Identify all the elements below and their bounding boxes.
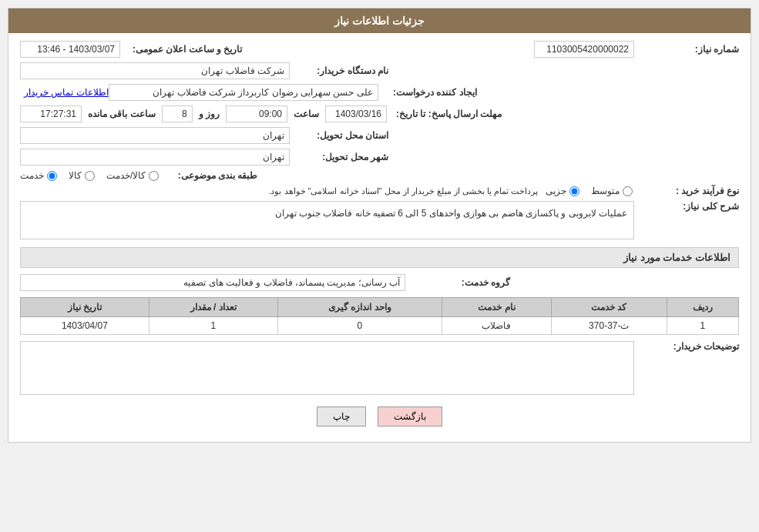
radio-medium-label: متوسط	[591, 186, 620, 196]
description-label: شرح کلی نیاز:	[646, 201, 739, 212]
creator-value: علی حسن سهرابی رضوان کاربرداز شرکت فاضلا…	[109, 84, 378, 101]
service-group-value: آب رسانی؛ مدیریت پسماند، فاضلاب و فعالیت…	[20, 274, 405, 291]
radio-partial-input[interactable]	[569, 186, 579, 196]
col-header-5: تاریخ نیاز	[21, 298, 149, 317]
col-header-4: تعداد / مقدار	[149, 298, 277, 317]
buyer-desc-label: توضیحات خریدار:	[646, 341, 739, 352]
page-title: جزئیات اطلاعات نیاز	[334, 15, 425, 27]
purchase-type-label: نوع فرآیند خرید :	[646, 186, 739, 196]
need-number-label: شماره نیاز:	[646, 44, 739, 55]
description-value: عملیات لایروبی و پاکسازی هاضم بی هوازی و…	[20, 201, 634, 239]
buttons-row: بازگشت چاپ	[20, 407, 739, 427]
col-header-0: ردیف	[667, 298, 738, 317]
remaining-value: 17:27:31	[20, 105, 82, 122]
radio-service: خدمت	[20, 170, 57, 181]
radio-both-input[interactable]	[149, 171, 159, 181]
radio-service-label: خدمت	[20, 170, 44, 181]
purchase-note: پرداخت تمام یا بخشی از مبلغ خریدار از مح…	[20, 186, 538, 196]
response-time: 09:00	[226, 105, 287, 122]
province-label: استان محل تحویل:	[296, 130, 388, 141]
radio-partial: جزیی	[546, 186, 579, 196]
radio-product-input[interactable]	[85, 171, 95, 181]
col-header-2: نام خدمت	[442, 298, 551, 317]
creator-label: ایجاد کننده درخواست:	[385, 87, 477, 98]
page-header: جزئیات اطلاعات نیاز	[8, 8, 751, 33]
days-label: روز و	[199, 109, 220, 119]
remaining-label: ساعت باقی مانده	[88, 109, 156, 119]
city-value: تهران	[20, 149, 290, 166]
city-label: شهر محل تحویل:	[296, 152, 388, 162]
purchase-type-radio-group: متوسط جزیی	[546, 186, 633, 196]
service-table: ردیف کد خدمت نام خدمت واحد اندازه گیری ت…	[20, 297, 739, 335]
col-header-3: واحد اندازه گیری	[277, 298, 442, 317]
radio-medium: متوسط	[591, 186, 633, 196]
buyer-desc-box	[20, 341, 634, 395]
radio-both-label: کالا/خدمت	[106, 170, 146, 181]
print-button[interactable]: چاپ	[317, 407, 366, 427]
radio-both: کالا/خدمت	[106, 170, 159, 181]
buyer-value: شرکت فاضلاب تهران	[20, 62, 290, 79]
days-value: 8	[162, 105, 193, 122]
date-label: تاریخ و ساعت اعلان عمومی:	[133, 44, 242, 55]
service-group-label: گروه خدمت:	[418, 277, 510, 288]
response-label: مهلت ارسال پاسخ: تا تاریخ:	[396, 109, 502, 119]
radio-service-input[interactable]	[47, 171, 57, 181]
response-date: 1403/03/16	[325, 105, 387, 122]
radio-medium-input[interactable]	[623, 186, 633, 196]
back-button[interactable]: بازگشت	[378, 407, 442, 427]
date-value: 1403/03/07 - 13:46	[20, 41, 120, 58]
radio-partial-label: جزیی	[546, 186, 566, 196]
radio-product: کالا	[69, 170, 95, 181]
category-radio-group: کالا/خدمت کالا خدمت	[20, 170, 159, 181]
buyer-label: نام دستگاه خریدار:	[296, 65, 388, 76]
services-section-title: اطلاعات خدمات مورد نیاز	[20, 247, 739, 268]
table-row: 1ث-37-370فاضلاب011403/04/07	[21, 317, 739, 335]
category-label: طبقه بندی موضوعی:	[165, 170, 257, 181]
radio-product-label: کالا	[69, 170, 82, 181]
response-time-label: ساعت	[294, 109, 319, 119]
need-number-value: 1103005420000022	[534, 41, 634, 58]
col-header-1: کد خدمت	[551, 298, 667, 317]
contact-link[interactable]: اطلاعات تماس خریدار	[24, 87, 109, 98]
province-value: تهران	[20, 127, 290, 144]
